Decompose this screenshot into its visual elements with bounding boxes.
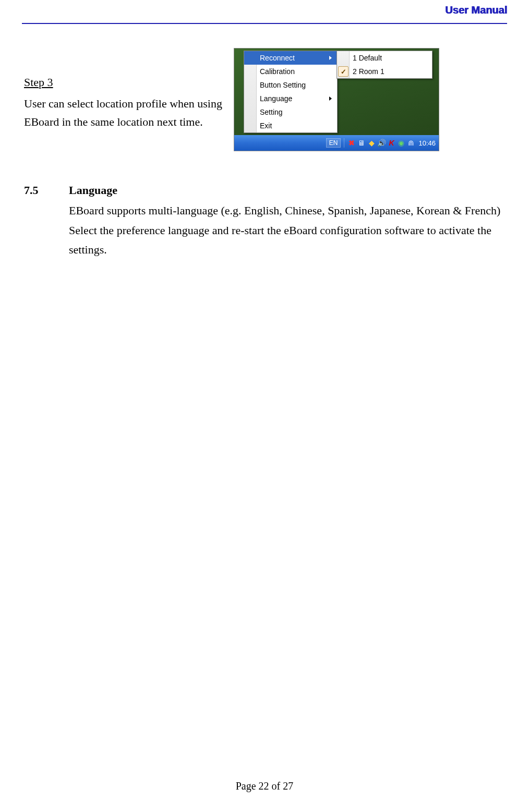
step-body: User can select location profile when us… <box>24 94 227 131</box>
tray-usb-icon[interactable]: ◉ <box>397 139 405 147</box>
menu-item-calibration[interactable]: Calibration <box>244 65 337 78</box>
screenshot-figure: Reconnect Calibration Button Setting Lan… <box>234 48 439 151</box>
submenu-arrow-icon <box>329 56 332 60</box>
tray-wifi-icon[interactable]: ⋒ <box>407 139 415 147</box>
step-heading: Step 3 <box>24 73 227 91</box>
section-paragraph-1: EBoard supports multi-language (e.g. Eng… <box>69 201 507 220</box>
context-menu: Reconnect Calibration Button Setting Lan… <box>244 51 338 133</box>
check-icon: ✓ <box>338 66 348 77</box>
menu-item-label: Setting <box>260 108 283 116</box>
section-7-5: 7.5 Language EBoard supports multi-langu… <box>24 180 507 260</box>
menu-item-label: Calibration <box>260 67 295 76</box>
system-tray: ✖ 🖥 ◆ 🔊 K ◉ ⋒ <box>347 139 415 147</box>
header-title: User Manual <box>445 4 507 16</box>
menu-item-exit[interactable]: Exit <box>244 119 337 132</box>
tray-monitor-icon[interactable]: 🖥 <box>357 139 366 147</box>
submenu-item-label: 2 Room 1 <box>353 67 384 76</box>
tray-error-icon[interactable]: ✖ <box>347 139 356 147</box>
context-submenu: 1 Default ✓ 2 Room 1 <box>336 51 432 79</box>
menu-item-label: Button Setting <box>260 81 306 89</box>
menu-item-label: Exit <box>260 122 272 130</box>
menu-item-label: Language <box>260 94 292 103</box>
language-indicator[interactable]: EN <box>326 138 341 148</box>
tray-shield-icon[interactable]: ◆ <box>367 139 376 147</box>
taskbar-separator <box>344 138 344 148</box>
submenu-item-default[interactable]: 1 Default <box>337 51 432 65</box>
header-rule <box>22 23 507 24</box>
menu-item-reconnect[interactable]: Reconnect <box>244 51 337 65</box>
step-block: Step 3 User can select location profile … <box>24 73 227 131</box>
tray-kaspersky-icon[interactable]: K <box>387 139 395 147</box>
menu-item-label: Reconnect <box>260 54 295 62</box>
menu-item-setting[interactable]: Setting <box>244 105 337 119</box>
menu-item-button-setting[interactable]: Button Setting <box>244 78 337 92</box>
submenu-arrow-icon <box>329 96 332 101</box>
tray-speaker-icon[interactable]: 🔊 <box>377 139 386 147</box>
section-number: 7.5 <box>24 180 69 260</box>
submenu-item-room1[interactable]: ✓ 2 Room 1 <box>337 65 432 78</box>
menu-item-language[interactable]: Language <box>244 92 337 105</box>
taskbar: EN ✖ 🖥 ◆ 🔊 K ◉ ⋒ 10:46 <box>234 135 439 151</box>
taskbar-clock[interactable]: 10:46 <box>418 139 436 147</box>
section-title: Language <box>69 180 507 200</box>
section-paragraph-2: Select the preference language and re-st… <box>69 221 507 260</box>
submenu-item-label: 1 Default <box>353 54 382 62</box>
page-footer: Page 22 of 27 <box>0 780 529 792</box>
